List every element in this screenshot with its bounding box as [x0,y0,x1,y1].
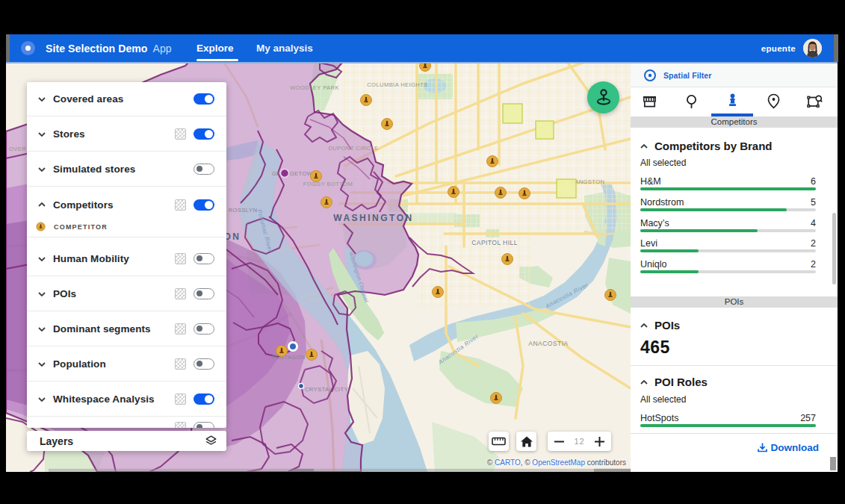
svg-text:ANACOSTIA: ANACOSTIA [528,340,568,347]
svg-text:WOODLEY PARK: WOODLEY PARK [290,84,339,91]
svg-text:WASHINGTON: WASHINGTON [333,213,413,223]
svg-text:CRYSTAL CITY: CRYSTAL CITY [305,386,348,393]
svg-text:FOGGY BOTTOM: FOGGY BOTTOM [303,181,353,187]
svg-text:COLUMBIA HEIGHTS: COLUMBIA HEIGHTS [367,81,428,88]
svg-text:CAPITOL HILL: CAPITOL HILL [471,239,518,246]
svg-text:DUPONT CIRCLE: DUPONT CIRCLE [328,145,378,152]
svg-text:ROSSLYN: ROSSLYN [229,207,258,214]
